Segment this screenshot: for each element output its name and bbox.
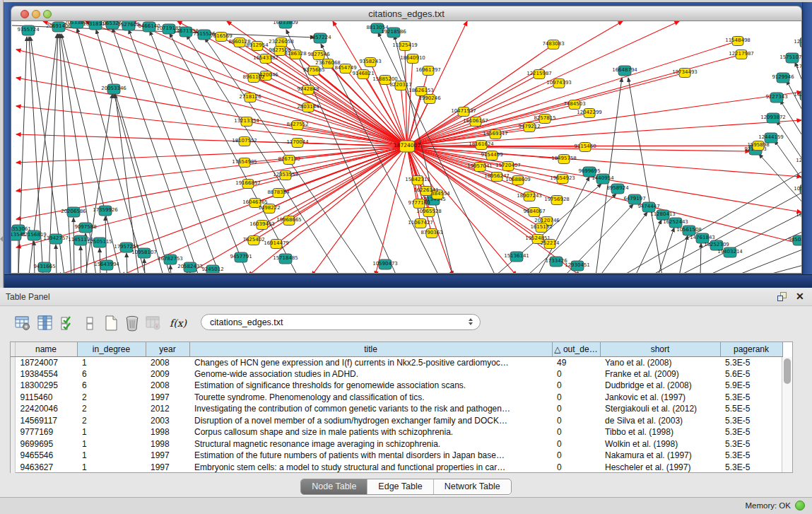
cell-name[interactable]: 9699695 [15, 438, 77, 450]
cell-short[interactable]: Stergiakouli et al. (2012) [600, 403, 720, 415]
table-row[interactable]: 1938455462009Genome-wide association stu… [11, 368, 782, 380]
cell-pagerank[interactable]: 5.3E-5 [720, 415, 782, 427]
cell-out_degree[interactable]: 0 [552, 415, 600, 427]
cell-out_degree[interactable]: 0 [552, 438, 600, 450]
delete-column-button[interactable] [122, 313, 142, 333]
column-header-in_degree[interactable]: in_degree [77, 342, 146, 356]
cell-in_degree[interactable]: 1 [77, 450, 146, 462]
cell-title[interactable]: Structural magnetic resonance image aver… [189, 438, 552, 450]
cell-title[interactable]: Corpus callosum shape and size in male p… [189, 426, 552, 438]
cell-pagerank[interactable]: 5.6E-5 [720, 368, 782, 380]
vertical-scrollbar[interactable] [782, 357, 792, 472]
cell-year[interactable]: 1997 [146, 450, 189, 462]
cell-year[interactable]: 1998 [146, 426, 189, 438]
cell-out_degree[interactable]: 0 [552, 450, 600, 462]
network-canvas[interactable]: 9355724206914062053380916318110106532671… [11, 21, 802, 274]
cell-in_degree[interactable]: 1 [77, 438, 146, 450]
select-all-button[interactable] [58, 313, 78, 333]
table-row[interactable]: 1872400712008Changes of HCN gene express… [11, 356, 782, 368]
cell-short[interactable]: Franke et al. (2009) [600, 368, 720, 380]
cell-year[interactable]: 2012 [146, 403, 189, 415]
function-builder-button[interactable]: f(x) [168, 313, 188, 333]
new-column-button[interactable] [101, 313, 121, 333]
cell-pagerank[interactable]: 5.3E-5 [720, 450, 782, 462]
cell-name[interactable]: 18300295 [15, 380, 77, 392]
cell-name[interactable]: 9777169 [15, 426, 77, 438]
cell-out_degree[interactable]: 0 [552, 426, 600, 438]
cell-short[interactable]: Jankovic et al. (1997) [600, 392, 720, 404]
cell-title[interactable]: Estimation of the future numbers of pati… [189, 450, 552, 462]
cell-name[interactable]: 9465546 [15, 450, 77, 462]
cell-short[interactable]: Yano et al. (2008) [600, 356, 720, 368]
table-row[interactable]: 2242004622012Investigating the contribut… [11, 403, 782, 415]
tab-network-table[interactable]: Network Table [433, 479, 511, 494]
cell-out_degree[interactable]: 0 [552, 368, 600, 380]
cell-in_degree[interactable]: 2 [77, 392, 146, 404]
cell-name[interactable]: 19384554 [15, 368, 77, 380]
unselect-all-button[interactable] [80, 313, 100, 333]
cell-year[interactable]: 2008 [146, 380, 189, 392]
cell-in_degree[interactable]: 2 [77, 415, 146, 427]
cell-out_degree[interactable]: 0 [552, 403, 600, 415]
cell-pagerank[interactable]: 5.5E-5 [720, 403, 782, 415]
cell-year[interactable]: 2003 [146, 415, 189, 427]
table-row[interactable]: 1830029562008Estimation of significance … [11, 380, 782, 392]
table-row[interactable]: 946362711997Embryonic stem cells: a mode… [11, 462, 782, 474]
column-header-out_degree[interactable]: △ out_de… [552, 342, 600, 356]
cell-title[interactable]: Tourette syndrome. Phenomenology and cla… [189, 392, 552, 404]
cell-pagerank[interactable]: 5.9E-5 [720, 380, 782, 392]
cell-title[interactable]: Disruption of a novel member of a sodium… [189, 415, 552, 427]
cell-year[interactable]: 2008 [146, 356, 189, 368]
cell-in_degree[interactable]: 6 [77, 368, 146, 380]
cell-year[interactable]: 1998 [146, 438, 189, 450]
cell-title[interactable]: Embryonic stem cells: a model to study s… [189, 462, 552, 474]
cell-short[interactable]: Tibbo et al. (1998) [600, 426, 720, 438]
column-header-name[interactable]: name [15, 342, 77, 356]
cell-in_degree[interactable]: 1 [77, 462, 146, 474]
citation-network-graph[interactable]: 9355724206914062053380916318110106532671… [11, 21, 801, 274]
cell-short[interactable]: de Silva et al. (2003) [600, 415, 720, 427]
cell-in_degree[interactable]: 6 [77, 380, 146, 392]
cell-out_degree[interactable]: 0 [552, 462, 600, 474]
column-header-short[interactable]: short [600, 342, 720, 356]
show-columns-button[interactable] [35, 313, 55, 333]
cell-title[interactable]: Genome-wide association studies in ADHD. [189, 368, 552, 380]
cell-out_degree[interactable]: 0 [552, 380, 600, 392]
cell-pagerank[interactable]: 5.3E-5 [720, 462, 782, 474]
cell-in_degree[interactable]: 1 [77, 426, 146, 438]
cell-year[interactable]: 1997 [146, 462, 189, 474]
table-row[interactable]: 911546021997Tourette syndrome. Phenomeno… [11, 392, 782, 404]
cell-pagerank[interactable]: 5.3E-5 [720, 356, 782, 368]
network-window-titlebar[interactable]: citations_edges.txt [11, 6, 802, 21]
table-row[interactable]: 969969511998Structural magnetic resonanc… [11, 438, 782, 450]
table-row[interactable]: 946554611997Estimation of the future num… [11, 450, 782, 462]
table-row[interactable]: 1456911722003Disruption of a novel membe… [11, 415, 782, 427]
cell-year[interactable]: 2009 [146, 368, 189, 380]
cell-short[interactable]: Wolkin et al. (1998) [600, 438, 720, 450]
cell-title[interactable]: Investigating the contribution of common… [189, 403, 552, 415]
cell-pagerank[interactable]: 5.3E-5 [720, 426, 782, 438]
cell-name[interactable]: 9115460 [15, 392, 77, 404]
close-panel-icon[interactable]: ✕ [796, 291, 804, 302]
cell-short[interactable]: Hescheler et al. (1997) [600, 462, 720, 474]
tab-node-table[interactable]: Node Table [301, 479, 367, 494]
cell-year[interactable]: 1997 [146, 392, 189, 404]
table-header-row[interactable]: namein_degreeyeartitle△ out_de…shortpage… [11, 342, 782, 356]
collapse-panel-icon[interactable] [0, 236, 3, 242]
scrollbar-thumb[interactable] [784, 358, 791, 384]
cell-name[interactable]: 18724007 [15, 356, 77, 368]
table-mode-button[interactable] [13, 313, 33, 333]
float-panel-icon[interactable] [777, 292, 787, 302]
cell-pagerank[interactable]: 5.3E-5 [720, 392, 782, 404]
cell-title[interactable]: Changes of HCN gene expression and I(f) … [189, 356, 552, 368]
cell-short[interactable]: Nakamura et al. (1997) [600, 450, 720, 462]
cell-name[interactable]: 14569117 [15, 415, 77, 427]
cell-name[interactable]: 22420046 [15, 403, 77, 415]
cell-out_degree[interactable]: 49 [552, 356, 600, 368]
table-row[interactable]: 977716911998Corpus callosum shape and si… [11, 426, 782, 438]
column-header-year[interactable]: year [146, 342, 189, 356]
cell-out_degree[interactable]: 0 [552, 392, 600, 404]
cell-in_degree[interactable]: 1 [77, 356, 146, 368]
cell-title[interactable]: Estimation of significance thresholds fo… [189, 380, 552, 392]
tab-edge-table[interactable]: Edge Table [367, 479, 433, 494]
